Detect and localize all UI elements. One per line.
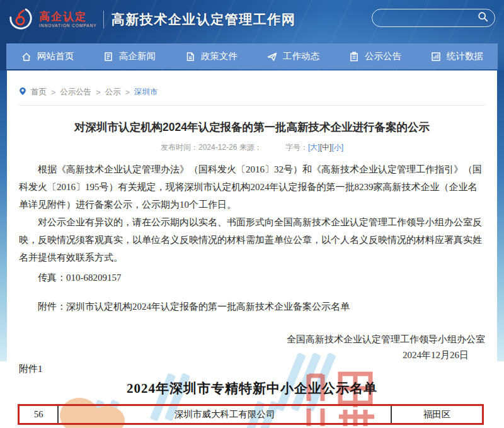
- header-divider: [103, 11, 104, 28]
- top-banner: 高企认定 INNOVATION COMPANY 高新技术企业认定管理工作网 网站…: [0, 0, 504, 70]
- nav-label: 政策文件: [201, 50, 238, 62]
- attachment-reference-line: 附件：深圳市认定机构2024年认定报备的第一批高新技术企业备案公示名单: [19, 298, 485, 315]
- header: 高企认定 INNOVATION COMPANY 高新技术企业认定管理工作网: [0, 0, 504, 39]
- site-title: 高新技术企业认定管理工作网: [112, 11, 296, 28]
- page-bg-right-strip: [497, 70, 504, 361]
- source-label: 来源：: [239, 143, 262, 152]
- company-name-cell: 深圳市威大科工有限公司: [59, 406, 392, 423]
- news-icon: [103, 51, 114, 62]
- district-cell: 福田区: [392, 406, 482, 423]
- location-pin-icon: [19, 87, 26, 98]
- paragraph-basis: 根据《高新技术企业认定管理办法》（国科发火〔2016〕32号）和《高新技术企业认…: [19, 160, 485, 213]
- breadcrumb-separator: >: [96, 88, 100, 97]
- article-body: 根据《高新技术企业认定管理办法》（国科发火〔2016〕32号）和《高新技术企业认…: [19, 160, 485, 363]
- breadcrumb-separator: >: [51, 88, 55, 97]
- search-icon[interactable]: [478, 11, 488, 25]
- signature-date: 2024年12月26日: [19, 347, 485, 363]
- breadcrumb-home[interactable]: 首页: [31, 87, 47, 98]
- fontsize-medium-button[interactable]: [中]: [320, 143, 332, 152]
- row-number-cell: 56: [20, 406, 59, 423]
- logo-text: 高企认定 INNOVATION COMPANY: [39, 11, 97, 28]
- attachment-document-image: 附件1 2024年深圳市专精特新中小企业公示名单 56 深圳市威大科工有限公司 …: [0, 363, 504, 428]
- fontsize-small-button[interactable]: [小]: [331, 143, 343, 152]
- nav-label: 工作动态: [283, 50, 319, 62]
- logo-subtitle: INNOVATION COMPANY: [39, 23, 97, 28]
- fontsize-label: 字号：: [285, 143, 308, 152]
- nav-item-updates[interactable]: 工作动态: [252, 43, 334, 69]
- logo-title: 高企认定: [39, 11, 97, 23]
- attachment-list-title: 2024年深圳市专精特新中小企业公示名单: [0, 380, 504, 397]
- nav-item-news[interactable]: 高企新闻: [88, 43, 170, 69]
- breadcrumb-separator: >: [125, 88, 130, 97]
- main-nav: 网站首页 高企新闻 政策文件 工作动态: [6, 43, 498, 69]
- search-input[interactable]: [381, 13, 478, 23]
- nav-item-statistics[interactable]: 统计数据: [416, 43, 498, 69]
- search-box[interactable]: [372, 9, 495, 27]
- nav-item-announcements[interactable]: 公示公告: [334, 43, 416, 69]
- nav-item-policy[interactable]: 政策文件: [170, 43, 252, 69]
- breadcrumb-publicity[interactable]: 公示: [105, 87, 121, 98]
- fontsize-large-button[interactable]: [大]: [308, 143, 320, 152]
- nav-item-home[interactable]: 网站首页: [6, 43, 88, 69]
- article-container: 首页 > 公示公告 > 公示 > 深圳市 对深圳市认定机构2024年认定报备的第…: [0, 87, 504, 363]
- highlighted-table-row: 56 深圳市威大科工有限公司 福田区: [18, 404, 484, 425]
- publish-date: 2024-12-26: [198, 143, 237, 152]
- fax-line: 传真：010-68209157: [19, 269, 485, 286]
- nav-label: 统计数据: [447, 50, 483, 62]
- breadcrumb-announcements[interactable]: 公示公告: [60, 87, 91, 98]
- nav-label: 公示公告: [365, 50, 401, 62]
- publish-time-label: 发布时间：: [161, 143, 198, 152]
- breadcrumb: 首页 > 公示公告 > 公示 > 深圳市: [19, 87, 485, 98]
- paragraph-objection: 对公示企业有异议的，请在公示期内以实名、书面形式向全国高新技术企业认定管理工作领…: [19, 213, 485, 266]
- attachment-label: 附件1: [19, 363, 43, 375]
- policy-doc-icon: [185, 51, 196, 62]
- article-meta: 发布时间：2024-12-26 来源： 字号：[大][中][小]: [19, 143, 485, 152]
- breadcrumb-divider: [19, 105, 485, 106]
- signature-organization: 全国高新技术企业认定管理工作领导小组办公室: [19, 330, 485, 348]
- nav-label: 高企新闻: [119, 50, 156, 62]
- paper-plane-icon: [266, 51, 278, 62]
- breadcrumb-current[interactable]: 深圳市: [134, 87, 158, 98]
- bar-chart-icon: [430, 51, 442, 62]
- article-title: 对深圳市认定机构2024年认定报备的第一批高新技术企业进行备案的公示: [19, 120, 485, 135]
- clipboard-icon: [348, 51, 360, 62]
- site-logo-icon[interactable]: [8, 5, 34, 34]
- nav-label: 网站首页: [37, 50, 74, 62]
- page-bg-left-strip: [0, 70, 7, 361]
- home-icon: [21, 51, 32, 62]
